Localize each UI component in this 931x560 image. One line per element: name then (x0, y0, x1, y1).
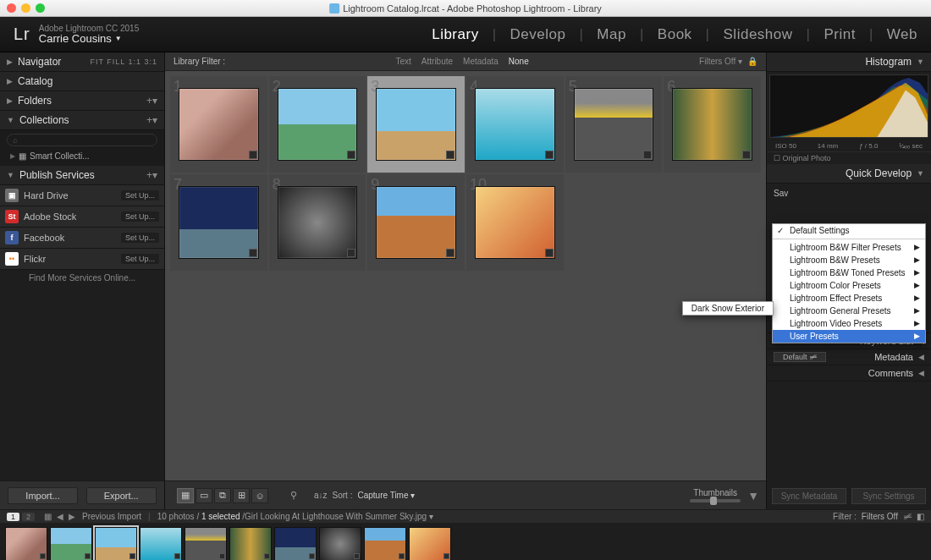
loupe-view-icon[interactable]: ▭ (196, 488, 212, 503)
sort-direction-icon[interactable]: a↓z (314, 491, 328, 500)
add-collection-icon[interactable]: +▾ (146, 114, 157, 126)
toolbar-expand-icon[interactable]: ▼ (747, 489, 759, 502)
setup-button[interactable]: Set Up... (121, 233, 159, 243)
zoom-window-icon[interactable] (36, 3, 45, 13)
thumbnail-badge-icon[interactable] (347, 151, 355, 159)
filmstrip-thumb[interactable] (364, 527, 406, 560)
thumbnail-badge-icon[interactable] (446, 249, 454, 257)
navigator-zoom-levels[interactable]: FIT FILL 1:1 3:1 (90, 58, 157, 66)
grid-view-icon[interactable]: ▦ (177, 488, 194, 503)
sync-metadata-button[interactable]: Sync Metadata (772, 488, 846, 504)
import-button[interactable]: Import... (8, 487, 77, 504)
thumbnail-grid[interactable]: 1 2 3 4 5 6 7 8 9 10 (165, 71, 766, 480)
module-web[interactable]: Web (887, 26, 917, 43)
module-slideshow[interactable]: Slideshow (724, 26, 793, 43)
filmstrip-thumb[interactable] (229, 527, 272, 560)
close-window-icon[interactable] (7, 3, 16, 13)
setup-button[interactable]: Set Up... (121, 211, 159, 222)
grid-cell[interactable]: 5 (565, 76, 663, 173)
thumbnail-badge-icon[interactable] (347, 249, 355, 257)
publish-adobe-stock[interactable]: St Adobe Stock Set Up... (0, 206, 164, 228)
preset-submenu-item[interactable]: Dark Snow Exterior (682, 301, 774, 316)
setup-button[interactable]: Set Up... (121, 254, 159, 264)
sort-value[interactable]: Capture Time ▾ (357, 491, 415, 500)
catalog-panel-header[interactable]: ▶ Catalog (0, 72, 164, 91)
nav-forward-icon[interactable]: ▶ (69, 512, 75, 521)
add-publish-icon[interactable]: +▾ (146, 169, 157, 181)
original-photo-checkbox[interactable]: ☐ Original Photo (767, 151, 931, 164)
thumbnail-badge-icon[interactable] (354, 553, 360, 559)
filter-lock-icon[interactable]: ◧ (917, 512, 924, 521)
smart-collections-row[interactable]: ▶ ▦ Smart Collecti... (7, 150, 157, 162)
module-book[interactable]: Book (658, 26, 692, 43)
thumbnail-badge-icon[interactable] (249, 249, 257, 257)
preset-item[interactable]: Lightroom Color Presets▶ (773, 279, 925, 292)
grid-cell[interactable]: 1 (170, 76, 267, 173)
module-print[interactable]: Print (824, 26, 855, 43)
thumbnail-badge-icon[interactable] (129, 553, 135, 559)
grid-cell[interactable]: 4 (466, 76, 564, 173)
source-label[interactable]: Previous Import (82, 512, 141, 521)
publish-panel-header[interactable]: ▼ Publish Services +▾ (0, 166, 164, 185)
filmstrip-thumb[interactable] (319, 527, 361, 560)
grid-icon[interactable]: ▦ (44, 512, 52, 521)
metadata-set-dropdown[interactable]: Default ⧣ (774, 352, 826, 362)
thumbnail-badge-icon[interactable] (219, 553, 225, 559)
sort-control[interactable]: a↓z Sort : Capture Time ▾ (314, 491, 415, 500)
module-develop[interactable]: Develop (510, 26, 566, 43)
preset-default-settings[interactable]: ✓Default Settings (773, 224, 925, 237)
thumbnail-badge-icon[interactable] (742, 151, 751, 159)
painter-icon[interactable]: ⚲ (290, 490, 297, 501)
preset-item[interactable]: Lightroom General Presets▶ (773, 305, 925, 317)
module-map[interactable]: Map (597, 26, 626, 43)
preset-item[interactable]: Lightroom B&W Filter Presets▶ (773, 241, 925, 254)
thumbnail-badge-icon[interactable] (174, 553, 180, 559)
filmstrip-filter-dropdown[interactable]: Filters Off (862, 512, 898, 521)
preset-item[interactable]: Lightroom B&W Toned Presets▶ (773, 266, 925, 279)
comments-panel-header[interactable]: Comments ◀ (767, 365, 931, 382)
filmstrip-thumb[interactable] (140, 527, 182, 560)
grid-cell[interactable]: 6 (664, 76, 761, 173)
filter-tab-text[interactable]: Text (396, 57, 411, 66)
screen-2-button[interactable]: 2 (22, 513, 35, 521)
filter-tab-metadata[interactable]: Metadata (463, 57, 499, 66)
add-folder-icon[interactable]: +▾ (146, 95, 157, 107)
filmstrip-thumb[interactable] (95, 527, 137, 560)
grid-cell[interactable]: 2 (269, 76, 366, 173)
minimize-window-icon[interactable] (21, 3, 30, 13)
preset-item[interactable]: Lightroom B&W Presets▶ (773, 254, 925, 266)
filter-tab-none[interactable]: None (509, 57, 529, 66)
compare-view-icon[interactable]: ⧉ (214, 488, 231, 503)
grid-cell[interactable]: 9 (367, 174, 465, 271)
thumbnail-size-control[interactable]: Thumbnails (690, 488, 741, 502)
grid-cell[interactable]: 7 (170, 174, 267, 271)
filmstrip-thumb[interactable] (409, 527, 451, 560)
folders-panel-header[interactable]: ▶ Folders +▾ (0, 91, 164, 111)
quick-develop-panel-header[interactable]: Quick Develop ▼ (767, 164, 931, 184)
thumbnail-badge-icon[interactable] (249, 151, 257, 159)
find-services-link[interactable]: Find More Services Online... (0, 270, 164, 286)
lock-icon[interactable]: 🔒 (747, 57, 757, 66)
thumbnail-size-slider[interactable] (690, 499, 741, 502)
grid-cell[interactable]: 3 (367, 76, 465, 173)
export-button[interactable]: Export... (86, 487, 157, 504)
filmstrip-thumb[interactable] (185, 527, 227, 560)
thumbnail-badge-icon[interactable] (399, 553, 405, 559)
collections-panel-header[interactable]: ▼ Collections +▾ (0, 111, 164, 130)
thumbnail-badge-icon[interactable] (446, 151, 454, 159)
publish-hard-drive[interactable]: ▣ Hard Drive Set Up... (0, 185, 164, 206)
filter-tab-attribute[interactable]: Attribute (421, 57, 453, 66)
screen-1-button[interactable]: 1 (7, 513, 19, 521)
sync-settings-button[interactable]: Sync Settings (851, 488, 926, 504)
publish-flickr[interactable]: •• Flickr Set Up... (0, 249, 164, 270)
filmstrip[interactable] (0, 523, 931, 560)
metadata-panel-header[interactable]: Default ⧣ Metadata ◀ (767, 349, 931, 365)
thumbnail-badge-icon[interactable] (443, 553, 449, 559)
histogram-panel-header[interactable]: Histogram ▼ (767, 52, 931, 72)
module-library[interactable]: Library (432, 26, 478, 43)
thumbnail-badge-icon[interactable] (85, 553, 91, 559)
filters-off-dropdown[interactable]: Filters Off ▾ (699, 57, 742, 66)
grid-cell[interactable]: 10 (466, 174, 564, 271)
identity-plate[interactable]: Adobe Lightroom CC 2015 Carrie Cousins▼ (39, 24, 139, 45)
filmstrip-thumb[interactable] (5, 527, 47, 560)
